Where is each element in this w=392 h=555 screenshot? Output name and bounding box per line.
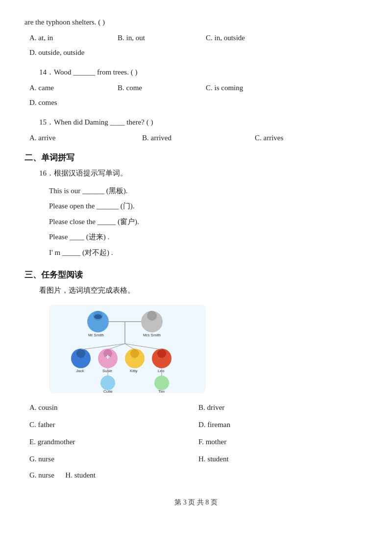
q14-option-b: B. come <box>118 80 201 95</box>
svg-point-19 <box>130 349 139 358</box>
q14-option-c: C. is coming <box>206 80 289 95</box>
vocab-option-d: D. fireman <box>198 417 368 433</box>
page-footer: 第 3 页 共 8 页 <box>24 498 368 507</box>
svg-text:Tim: Tim <box>158 389 165 393</box>
q14-block: 14．Wood ______ from trees. ( ) A. came B… <box>24 65 368 110</box>
svg-text:Jack: Jack <box>76 369 84 373</box>
q15-option-a: A. arrive <box>29 130 137 145</box>
spelling-1: This is our ______ (黑板). <box>49 183 368 199</box>
q13-option-b: B. in, out <box>118 30 201 45</box>
q14-options: A. came B. come C. is coming D. comes <box>29 80 368 110</box>
svg-point-26 <box>154 376 169 390</box>
vocab-option-f: F. mother <box>198 434 368 450</box>
svg-point-11 <box>76 349 85 358</box>
spelling-3: Please close the _____ (窗户). <box>49 214 368 230</box>
section2-title: 二、单词拼写 <box>24 152 368 163</box>
vocab-option-c: C. father <box>29 417 198 433</box>
family-tree-image: Mr Smith Mrs Smith Jack Susie Kitty <box>49 304 368 393</box>
svg-text:Mrs Smith: Mrs Smith <box>143 333 161 337</box>
q14-text: 14．Wood ______ from trees. ( ) <box>24 65 368 79</box>
q13-options: A. at, in B. in, out C. in, outside D. o… <box>29 30 368 60</box>
family-tree-svg: Mr Smith Mrs Smith Jack Susie Kitty <box>49 304 206 393</box>
vocab-option-a: A. cousin <box>29 400 198 416</box>
svg-text:Cutie: Cutie <box>103 389 113 393</box>
svg-text:Kitty: Kitty <box>130 369 138 373</box>
vocab-option-h: H. student <box>198 451 368 467</box>
q13-option-d: D. outside, outside <box>29 45 113 60</box>
q15-option-c: C. arrives <box>255 130 338 145</box>
q15-options: A. arrive B. arrived C. arrives <box>29 130 368 145</box>
q13-option-c: C. in, outside <box>206 30 289 45</box>
q15-label: 15．When did Daming ____ there? ( ) <box>39 118 153 126</box>
svg-text:Susie: Susie <box>102 369 113 373</box>
q13-block: are the typhoon shelters. ( ) A. at, in … <box>24 15 368 60</box>
svg-point-22 <box>157 349 166 358</box>
svg-text:Mr Smith: Mr Smith <box>88 333 104 337</box>
svg-point-3 <box>94 314 102 319</box>
vocab-option-b: B. driver <box>198 400 368 416</box>
q14-option-a: A. came <box>29 80 113 95</box>
q14-option-d: D. comes <box>29 95 113 110</box>
spelling-2: Please open the ______ (门). <box>49 199 368 214</box>
q15-text: 15．When did Daming ____ there? ( ) <box>24 115 368 129</box>
vocab-option-g: G. nurse <box>29 451 198 467</box>
q15-option-b: B. arrived <box>142 130 250 145</box>
svg-rect-0 <box>49 304 206 393</box>
spelling-5: I' m _____ (对不起) . <box>49 245 368 261</box>
vocab-option-e: E. grandmother <box>29 434 198 450</box>
svg-point-24 <box>100 376 115 390</box>
q15-block: 15．When did Daming ____ there? ( ) A. ar… <box>24 115 368 145</box>
page-content: are the typhoon shelters. ( ) A. at, in … <box>24 15 368 507</box>
svg-text:Leo: Leo <box>158 369 165 373</box>
section3-title: 三、任务型阅读 <box>24 269 368 280</box>
section2-instruction: 16．根据汉语提示写单词。 <box>39 166 368 180</box>
q14-label: 14．Wood ______ from trees. ( ) <box>39 68 137 76</box>
svg-point-6 <box>147 311 157 321</box>
vocab-options-grid: A. cousin B. driver C. father D. fireman… <box>29 400 368 467</box>
q13-label: are the typhoon shelters. ( ) <box>24 18 105 26</box>
spelling-4: Please ____ (进来) . <box>49 229 368 245</box>
section3-instruction: 看图片，选词填空完成表格。 <box>39 283 368 298</box>
vocab-gh-row: G. nurse H. student <box>29 467 368 483</box>
svg-rect-16 <box>107 355 108 359</box>
q13-text: are the typhoon shelters. ( ) <box>24 15 368 29</box>
q13-option-a: A. at, in <box>29 30 113 45</box>
